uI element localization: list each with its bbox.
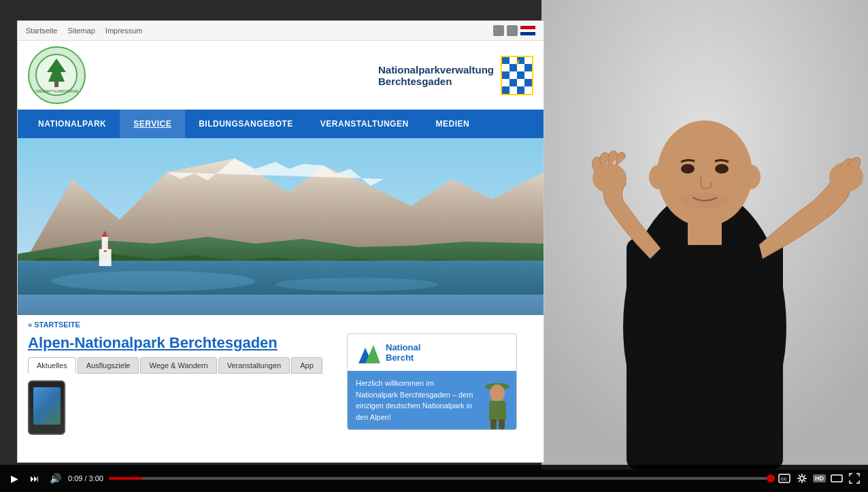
fullscreen-icon [849, 473, 860, 484]
progress-bar[interactable] [109, 477, 772, 480]
svg-point-24 [276, 278, 438, 291]
svg-point-36 [490, 384, 505, 402]
breadcrumb: » STARTSEITE [28, 321, 533, 329]
phone-screen [33, 387, 61, 425]
site-header: LEBENSMITTELMINISTERIUM Nationalparkverw… [18, 41, 544, 110]
popup-title-line2: Bercht [386, 352, 420, 363]
presenter-area [541, 0, 868, 470]
nav-nationalpark[interactable]: NATIONALPARK [24, 110, 120, 138]
svg-rect-38 [490, 419, 497, 429]
site-hero-image [18, 138, 544, 315]
popup-title-line1: National [386, 342, 420, 352]
tab-veranstaltungen[interactable]: Veranstaltungen [218, 357, 290, 374]
popup-mountain-icons [353, 340, 380, 365]
popup-title: National Bercht [386, 342, 420, 363]
svg-point-42 [800, 476, 804, 480]
settings-button[interactable] [795, 472, 809, 485]
nav-medien[interactable]: MEDIEN [422, 110, 484, 138]
svg-text:LEBENSMITTELMINISTERIUM: LEBENSMITTELMINISTERIUM [35, 90, 78, 93]
nav-service[interactable]: SERVICE [120, 110, 185, 138]
mountain-svg [18, 138, 544, 315]
settings-icon [797, 473, 807, 484]
svg-point-6 [649, 165, 668, 189]
svg-point-10 [681, 193, 729, 209]
popup-speech-bubble: Herzlich willkommen im Nationalpark Berc… [348, 371, 516, 429]
theater-button[interactable] [830, 472, 844, 485]
video-player: Startseite Sitemap Impressum LEBENSMITTE… [0, 0, 868, 492]
presenter-figure [541, 0, 868, 470]
svg-text:CC: CC [781, 477, 787, 481]
svg-rect-28 [102, 237, 108, 250]
captions-button[interactable]: CC [778, 472, 791, 485]
coat-of-arms: ♛ [501, 56, 533, 95]
svg-rect-37 [489, 401, 506, 421]
site-topbar: Startseite Sitemap Impressum [18, 21, 544, 41]
play-button[interactable]: ▶ [7, 471, 22, 486]
nav-service-label: SERVICE [133, 119, 171, 129]
captions-icon: CC [778, 474, 790, 483]
progress-fill [109, 477, 142, 480]
svg-rect-43 [831, 475, 842, 482]
topbar-impressum[interactable]: Impressum [105, 27, 142, 35]
topbar-startseite[interactable]: Startseite [26, 27, 57, 35]
logo-svg: LEBENSMITTELMINISTERIUM [35, 53, 79, 97]
site-logo: LEBENSMITTELMINISTERIUM [28, 46, 86, 104]
tab-ausflugsziele[interactable]: Ausflugsziele [78, 357, 139, 374]
hd-badge: HD [813, 474, 826, 482]
ranger-svg [482, 378, 513, 429]
topbar-icon-2 [507, 25, 518, 36]
site-main-nav: NATIONALPARK SERVICE BILDUNGSANGEBOTE VE… [18, 110, 544, 138]
time-display: 0:09 / 3:00 [68, 474, 103, 482]
nav-bildungsangebote[interactable]: BILDUNGSANGEBOTE [185, 110, 307, 138]
fullscreen-button[interactable] [848, 472, 861, 485]
svg-rect-3 [627, 238, 783, 470]
topbar-flag [520, 26, 535, 35]
theater-icon [831, 474, 843, 482]
volume-button[interactable]: 🔊 [48, 471, 63, 486]
topbar-sitemap[interactable]: Sitemap [67, 27, 95, 35]
presenter-background [541, 0, 868, 470]
video-controls-bar: ▶ ⏭ 🔊 0:09 / 3:00 CC [0, 465, 868, 492]
site-header-title: Nationalparkverwaltung Berchtesgaden [378, 64, 494, 87]
popup-ranger [482, 378, 513, 429]
right-controls: CC HD [778, 472, 861, 485]
header-title-line2: Berchtesgaden [378, 76, 494, 87]
svg-point-5 [657, 120, 752, 227]
topbar-icon-1 [493, 25, 504, 36]
svg-point-8 [681, 164, 695, 174]
mountain-icons-svg [353, 340, 380, 365]
svg-rect-15 [54, 82, 59, 87]
svg-point-23 [52, 271, 255, 291]
phone-mockup [28, 380, 65, 435]
tab-aktuelles[interactable]: Aktuelles [28, 357, 76, 374]
tab-wege-wandern[interactable]: Wege & Wandern [140, 357, 216, 374]
breadcrumb-text: » STARTSEITE [28, 321, 80, 329]
skip-button[interactable]: ⏭ [27, 471, 42, 486]
popup-speech-text: Herzlich willkommen im Nationalpark Berc… [356, 379, 473, 421]
svg-rect-39 [499, 419, 505, 429]
popup-panel: National Bercht Herzlich willkommen im N… [347, 333, 517, 430]
svg-point-9 [715, 164, 729, 174]
header-title-line1: Nationalparkverwaltung [378, 64, 494, 76]
tab-app[interactable]: App [291, 357, 322, 374]
popup-header: National Bercht [348, 334, 516, 371]
progress-dot [767, 474, 775, 482]
svg-point-7 [741, 165, 761, 189]
nav-veranstaltungen[interactable]: VERANSTALTUNGEN [307, 110, 422, 138]
topbar-icons [493, 25, 535, 36]
